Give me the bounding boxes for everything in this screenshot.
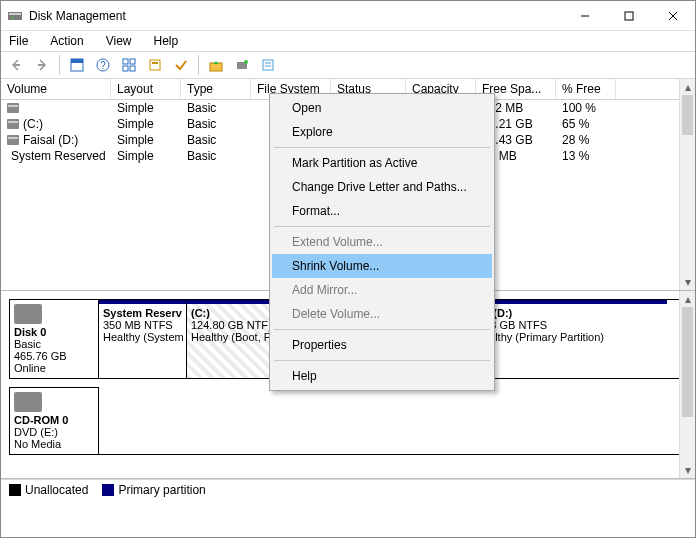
menu-separator <box>274 226 490 227</box>
volume-icon <box>7 135 19 145</box>
svg-rect-1 <box>9 13 21 15</box>
svg-rect-17 <box>150 60 160 70</box>
disk-row: CD-ROM 0DVD (E:)No Media <box>9 387 687 455</box>
window-title: Disk Management <box>29 9 563 23</box>
scroll-up-icon[interactable]: ▴ <box>680 79 695 95</box>
menu-separator <box>274 329 490 330</box>
svg-rect-18 <box>152 62 158 64</box>
menu-item-shrink-volume[interactable]: Shrink Volume... <box>272 254 492 278</box>
view-top-icon[interactable] <box>66 54 88 76</box>
svg-rect-16 <box>130 66 135 71</box>
menu-item-delete-volume: Delete Volume... <box>272 302 492 326</box>
menu-help[interactable]: Help <box>150 32 183 50</box>
menu-item-help[interactable]: Help <box>272 364 492 388</box>
scroll-up-icon[interactable]: ▴ <box>680 291 695 307</box>
toolbar-separator <box>59 55 60 75</box>
disk-info[interactable]: CD-ROM 0DVD (E:)No Media <box>9 387 99 455</box>
volume-icon <box>7 119 19 129</box>
col-type[interactable]: Type <box>181 79 251 99</box>
toolbar: ? <box>1 51 695 79</box>
window-titlebar: Disk Management <box>1 1 695 31</box>
grid-icon[interactable] <box>118 54 140 76</box>
back-button[interactable] <box>5 54 27 76</box>
disk-info[interactable]: Disk 0Basic465.76 GBOnline <box>9 299 99 379</box>
maximize-button[interactable] <box>607 2 651 30</box>
menu-item-properties[interactable]: Properties <box>272 333 492 357</box>
col-layout[interactable]: Layout <box>111 79 181 99</box>
toolbar-separator <box>198 55 199 75</box>
disk-icon <box>14 392 42 412</box>
scroll-down-icon[interactable]: ▾ <box>680 462 695 478</box>
svg-rect-19 <box>210 63 222 71</box>
legend-bar: Unallocated Primary partition <box>1 479 695 499</box>
svg-rect-4 <box>625 12 633 20</box>
app-icon <box>7 8 23 24</box>
menu-item-add-mirror: Add Mirror... <box>272 278 492 302</box>
menu-item-change-drive-letter-and-paths[interactable]: Change Drive Letter and Paths... <box>272 175 492 199</box>
menu-view[interactable]: View <box>102 32 136 50</box>
partition[interactable]: sal (D:)3.78 GB NTFSHealthy (Primary Par… <box>471 300 667 378</box>
menu-item-format[interactable]: Format... <box>272 199 492 223</box>
folder-up-icon[interactable] <box>205 54 227 76</box>
menu-item-mark-partition-as-active[interactable]: Mark Partition as Active <box>272 151 492 175</box>
svg-rect-7 <box>13 64 20 66</box>
help-icon[interactable]: ? <box>92 54 114 76</box>
vertical-scrollbar[interactable]: ▴ ▾ <box>679 291 695 478</box>
disk-icon <box>14 304 42 324</box>
menu-item-open[interactable]: Open <box>272 96 492 120</box>
svg-rect-14 <box>130 59 135 64</box>
partition-strip <box>99 387 687 455</box>
minimize-button[interactable] <box>563 2 607 30</box>
check-icon[interactable] <box>170 54 192 76</box>
partition[interactable]: System Reserv350 MB NTFSHealthy (System <box>99 300 187 378</box>
scroll-down-icon[interactable]: ▾ <box>680 274 695 290</box>
svg-rect-8 <box>38 64 45 66</box>
legend-primary: Primary partition <box>102 483 205 497</box>
forward-button[interactable] <box>31 54 53 76</box>
menu-bar: File Action View Help <box>1 31 695 51</box>
close-button[interactable] <box>651 2 695 30</box>
menu-item-explore[interactable]: Explore <box>272 120 492 144</box>
col-pctfree[interactable]: % Free <box>556 79 616 99</box>
disk-action-icon[interactable] <box>231 54 253 76</box>
svg-rect-13 <box>123 59 128 64</box>
properties-icon[interactable] <box>257 54 279 76</box>
context-menu: OpenExploreMark Partition as ActiveChang… <box>269 93 495 391</box>
legend-unallocated: Unallocated <box>9 483 88 497</box>
col-volume[interactable]: Volume <box>1 79 111 99</box>
svg-rect-10 <box>71 59 83 63</box>
svg-text:?: ? <box>100 60 106 71</box>
volume-icon <box>7 103 19 113</box>
scroll-thumb[interactable] <box>682 95 693 135</box>
svg-rect-22 <box>263 60 273 70</box>
menu-item-extend-volume: Extend Volume... <box>272 230 492 254</box>
svg-point-2 <box>12 17 14 19</box>
scroll-thumb[interactable] <box>682 307 693 417</box>
settings-icon[interactable] <box>144 54 166 76</box>
svg-rect-15 <box>123 66 128 71</box>
menu-separator <box>274 147 490 148</box>
vertical-scrollbar[interactable]: ▴ ▾ <box>679 79 695 290</box>
menu-action[interactable]: Action <box>46 32 87 50</box>
menu-file[interactable]: File <box>5 32 32 50</box>
menu-separator <box>274 360 490 361</box>
svg-point-21 <box>244 60 248 64</box>
